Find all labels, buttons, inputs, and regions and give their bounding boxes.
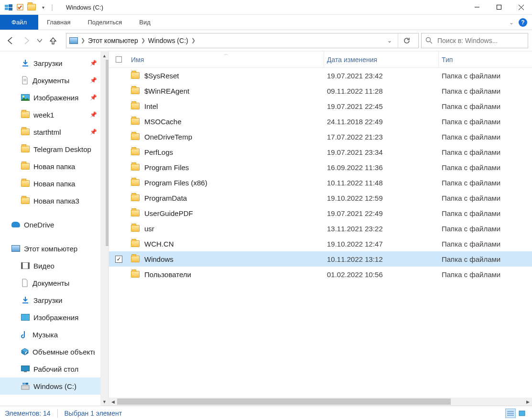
file-row[interactable]: Program Files16.09.2022 11:36Папка с фай… (109, 160, 532, 175)
tab-share[interactable]: Поделиться (79, 15, 130, 30)
nav-week1[interactable]: week1📌 (0, 106, 109, 123)
nav-documents2[interactable]: Документы (0, 274, 109, 291)
nav-drive-c[interactable]: Windows (C:) (0, 377, 109, 395)
chevron-right-icon[interactable]: ❯ (191, 37, 195, 43)
nav-newfolder2[interactable]: Новая папка (0, 175, 109, 192)
svg-rect-24 (22, 383, 25, 385)
scroll-thumb[interactable] (117, 398, 451, 405)
column-checkbox[interactable] (109, 56, 128, 63)
file-type: Папка с файлами (439, 163, 532, 172)
file-row[interactable]: PerfLogs19.07.2021 23:34Папка с файлами (109, 144, 532, 160)
search-box[interactable] (421, 33, 528, 48)
breadcrumb-thispc[interactable]: Этот компьютер (88, 37, 138, 44)
view-large-icons-button[interactable] (517, 409, 527, 418)
file-row[interactable]: WCH.CN19.10.2022 12:47Папка с файлами (109, 236, 532, 251)
new-folder-icon[interactable] (27, 2, 36, 12)
chevron-right-icon[interactable]: ❯ (81, 37, 85, 43)
nav-starthtml[interactable]: starthtml📌 (0, 123, 109, 140)
file-row[interactable]: MSOCache24.11.2018 22:49Папка с файлами (109, 114, 532, 129)
folder-icon (131, 225, 140, 232)
folder-icon (131, 271, 140, 278)
nav-newfolder1[interactable]: Новая папка (0, 158, 109, 175)
scroll-thumb[interactable] (106, 60, 109, 246)
file-date: 19.07.2021 22:45 (324, 102, 439, 110)
folder-icon (131, 103, 140, 109)
properties-icon[interactable] (15, 2, 25, 12)
breadcrumb-drive[interactable]: Windows (C:) (148, 37, 188, 44)
address-dropdown-icon[interactable]: ⌄ (384, 37, 395, 44)
nav-video[interactable]: Видео (0, 257, 109, 274)
navpane-scrollbar[interactable]: ▲ ▼ (100, 52, 109, 406)
svg-rect-25 (25, 383, 28, 385)
download-icon (21, 296, 30, 304)
document-icon (21, 279, 29, 287)
nav-label: Видео (33, 262, 54, 270)
view-details-button[interactable] (505, 409, 516, 418)
column-label: Тип (442, 56, 453, 64)
nav-documents[interactable]: Документы📌 (0, 72, 109, 89)
file-row[interactable]: UserGuidePDF19.07.2021 22:49Папка с файл… (109, 205, 532, 221)
file-date: 19.10.2022 12:59 (324, 194, 439, 202)
scroll-left-icon[interactable]: ◀ (109, 398, 117, 406)
qat-dropdown-icon[interactable]: ▾ (38, 2, 48, 12)
chevron-right-icon[interactable]: ❯ (141, 37, 145, 43)
nav-telegram[interactable]: Telegram Desktop (0, 140, 109, 158)
forward-button[interactable] (20, 34, 33, 47)
file-name: ProgramData (144, 194, 187, 202)
up-button[interactable] (46, 34, 60, 47)
nav-music[interactable]: Музыка (0, 326, 109, 343)
recent-locations-button[interactable] (35, 34, 44, 47)
nav-pictures2[interactable]: Изображения (0, 309, 109, 326)
folder-icon (131, 72, 140, 79)
file-row[interactable]: Program Files (x86)10.11.2022 11:48Папка… (109, 175, 532, 190)
address-bar[interactable]: ❯ Этот компьютер ❯ Windows (C:) ❯ ⌄ (66, 33, 419, 48)
folder-icon (131, 179, 140, 186)
horizontal-scrollbar[interactable]: ◀ ▶ (109, 398, 532, 406)
row-checkbox[interactable]: ✓ (109, 256, 128, 263)
close-button[interactable] (510, 0, 532, 15)
back-button[interactable] (4, 34, 17, 47)
file-row[interactable]: Пользователи01.02.2022 10:56Папка с файл… (109, 267, 532, 282)
minimize-button[interactable] (466, 0, 488, 15)
search-input[interactable] (436, 36, 524, 45)
file-date: 16.09.2022 11:36 (324, 163, 439, 172)
file-name: Intel (144, 102, 158, 110)
tab-home[interactable]: Главная (38, 15, 79, 30)
help-icon[interactable]: ? (519, 18, 527, 27)
nav-newfolder3[interactable]: Новая папка3 (0, 192, 109, 209)
column-type[interactable]: Тип (439, 52, 532, 67)
file-row[interactable]: $WinREAgent09.11.2022 11:28Папка с файла… (109, 83, 532, 98)
nav-pictures[interactable]: Изображения📌 (0, 89, 109, 106)
file-name: Program Files (144, 163, 189, 172)
ribbon-expand-icon[interactable]: ⌄ (509, 19, 514, 26)
column-date[interactable]: Дата изменения (324, 52, 439, 67)
file-row[interactable]: $SysReset19.07.2021 23:42Папка с файлами (109, 68, 532, 83)
column-headers: ︿Имя Дата изменения Тип (109, 52, 532, 68)
scroll-right-icon[interactable]: ▶ (524, 398, 532, 406)
nav-onedrive[interactable]: OneDrive (0, 216, 109, 233)
pin-icon: 📌 (90, 60, 97, 66)
scroll-up-icon[interactable]: ▲ (100, 52, 109, 60)
ribbon-tabs: Файл Главная Поделиться Вид ⌄ ? (0, 15, 532, 30)
nav-desktop[interactable]: Рабочий стол (0, 360, 109, 377)
folder-icon (21, 197, 30, 204)
nav-downloads[interactable]: Загрузки📌 (0, 54, 109, 72)
file-date: 13.11.2021 23:22 (324, 225, 439, 233)
nav-label: Загрузки (33, 296, 62, 304)
nav-3dobjects[interactable]: Объемные объекты (0, 343, 109, 360)
file-row[interactable]: ✓Windows10.11.2022 13:12Папка с файлами (109, 251, 532, 267)
file-row[interactable]: Intel19.07.2021 22:45Папка с файлами (109, 98, 532, 114)
column-name[interactable]: ︿Имя (128, 52, 324, 67)
scroll-down-icon[interactable]: ▼ (100, 398, 109, 406)
nav-thispc[interactable]: Этот компьютер (0, 240, 109, 257)
tab-view[interactable]: Вид (130, 15, 159, 30)
file-row[interactable]: ProgramData19.10.2022 12:59Папка с файла… (109, 190, 532, 205)
file-row[interactable]: usr13.11.2021 23:22Папка с файлами (109, 221, 532, 236)
file-row[interactable]: OneDriveTemp17.07.2022 21:23Папка с файл… (109, 129, 532, 144)
tab-file[interactable]: Файл (0, 15, 38, 30)
svg-rect-2 (5, 8, 8, 10)
nav-label: Музыка (33, 331, 58, 339)
nav-downloads2[interactable]: Загрузки (0, 291, 109, 309)
refresh-button[interactable] (398, 33, 415, 48)
maximize-button[interactable] (488, 0, 510, 15)
